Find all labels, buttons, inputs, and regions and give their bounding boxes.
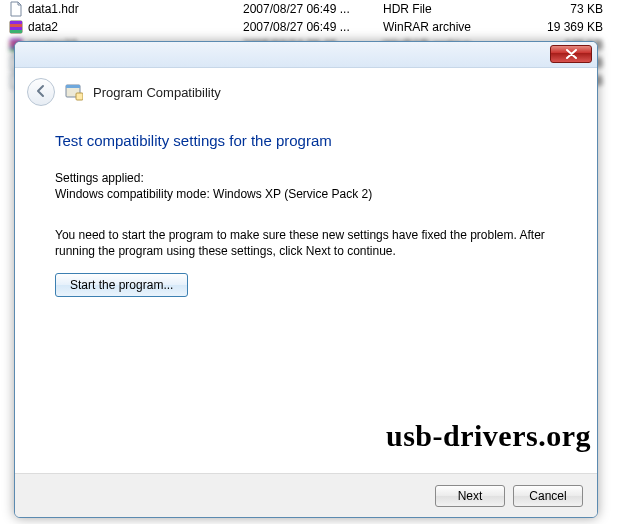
file-type: HDR File <box>383 2 523 16</box>
file-size: 19 369 KB <box>523 20 603 34</box>
svg-rect-11 <box>66 85 80 88</box>
start-program-button[interactable]: Start the program... <box>55 273 188 297</box>
settings-applied-value: Windows compatibility mode: Windows XP (… <box>55 187 565 201</box>
cancel-button[interactable]: Cancel <box>513 485 583 507</box>
watermark-text: usb-drivers.org <box>386 419 591 453</box>
wizard-app-icon <box>65 83 83 101</box>
close-button[interactable] <box>550 45 592 63</box>
svg-rect-2 <box>10 27 22 30</box>
next-button[interactable]: Next <box>435 485 505 507</box>
file-name: data1.hdr <box>28 2 79 16</box>
page-heading: Test compatibility settings for the prog… <box>55 132 565 149</box>
file-size: 73 KB <box>523 2 603 16</box>
file-date: 2007/08/27 06:49 ... <box>243 2 383 16</box>
arrow-left-icon <box>34 84 48 101</box>
close-icon <box>566 49 577 59</box>
file-row[interactable]: data22007/08/27 06:49 ...WinRAR archive1… <box>8 18 614 36</box>
file-type-icon <box>8 1 24 17</box>
back-button[interactable] <box>27 78 55 106</box>
dialog-footer: Next Cancel <box>15 473 597 517</box>
dialog-header: Program Compatibility <box>15 68 597 112</box>
compatibility-dialog: Program Compatibility Test compatibility… <box>14 41 598 518</box>
settings-applied-label: Settings applied: <box>55 171 565 185</box>
svg-rect-4 <box>10 30 22 33</box>
instruction-text: You need to start the program to make su… <box>55 227 565 259</box>
svg-rect-3 <box>10 24 22 27</box>
file-name: data2 <box>28 20 58 34</box>
svg-rect-1 <box>10 21 22 24</box>
file-row[interactable]: data1.hdr2007/08/27 06:49 ...HDR File73 … <box>8 0 614 18</box>
file-date: 2007/08/27 06:49 ... <box>243 20 383 34</box>
file-type: WinRAR archive <box>383 20 523 34</box>
svg-rect-12 <box>76 93 83 100</box>
dialog-titlebar <box>15 42 597 68</box>
wizard-title: Program Compatibility <box>93 85 221 100</box>
file-type-icon <box>8 19 24 35</box>
